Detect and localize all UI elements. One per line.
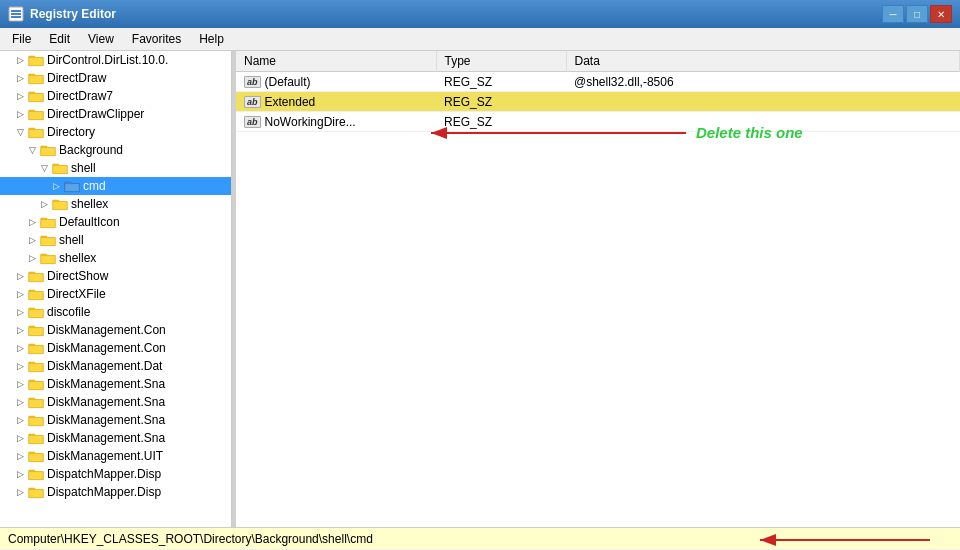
expander-icon: ▷ xyxy=(12,286,28,302)
close-button[interactable]: ✕ xyxy=(930,5,952,23)
expander-icon: ▷ xyxy=(12,430,28,446)
tree-item-directory[interactable]: ▽ Directory xyxy=(0,123,231,141)
expander-icon: ▷ xyxy=(12,466,28,482)
table-row-extended[interactable]: ab Extended REG_SZ xyxy=(236,92,960,112)
folder-icon xyxy=(28,107,44,121)
title-bar: Registry Editor ─ □ ✕ xyxy=(0,0,960,28)
tree-item-dispatch1[interactable]: ▷ DispatchMapper.Disp xyxy=(0,465,231,483)
folder-icon xyxy=(28,287,44,301)
tree-item-cmd[interactable]: ▷ cmd xyxy=(0,177,231,195)
menu-favorites[interactable]: Favorites xyxy=(124,30,189,48)
expander-icon: ▷ xyxy=(12,268,28,284)
tree-label: DiskManagement.Con xyxy=(47,323,166,337)
tree-label: cmd xyxy=(83,179,106,193)
folder-icon xyxy=(28,89,44,103)
row-name: ab NoWorkingDire... xyxy=(236,112,436,132)
tree-item-dm5[interactable]: ▷ DiskManagement.Sna xyxy=(0,393,231,411)
title-buttons: ─ □ ✕ xyxy=(882,5,952,23)
tree-label: shellex xyxy=(59,251,96,265)
tree-label: shell xyxy=(59,233,84,247)
col-name: Name xyxy=(236,51,436,72)
window-title: Registry Editor xyxy=(30,7,116,21)
svg-rect-2 xyxy=(11,13,21,15)
menu-edit[interactable]: Edit xyxy=(41,30,78,48)
expander-icon: ▷ xyxy=(24,214,40,230)
tree-label: DiskManagement.Sna xyxy=(47,431,165,445)
tree-item-directdraw[interactable]: ▷ DirectDraw xyxy=(0,69,231,87)
tree-item-shell2[interactable]: ▷ shell xyxy=(0,231,231,249)
menu-view[interactable]: View xyxy=(80,30,122,48)
tree-item-directdrawclipper[interactable]: ▷ DirectDrawClipper xyxy=(0,105,231,123)
expander-icon: ▽ xyxy=(12,124,28,140)
expander-icon: ▷ xyxy=(24,250,40,266)
tree-label: DiskManagement.Con xyxy=(47,341,166,355)
tree-item-defaulticon[interactable]: ▷ DefaultIcon xyxy=(0,213,231,231)
tree-item-shellex[interactable]: ▷ shellex xyxy=(0,195,231,213)
col-data: Data xyxy=(566,51,960,72)
svg-rect-3 xyxy=(11,16,21,18)
tree-item-directshow[interactable]: ▷ DirectShow xyxy=(0,267,231,285)
folder-open-icon xyxy=(28,125,44,139)
tree-label: DirectDraw7 xyxy=(47,89,113,103)
tree-label: DirectXFile xyxy=(47,287,106,301)
row-data: @shell32.dll,-8506 xyxy=(566,72,960,92)
folder-icon xyxy=(28,341,44,355)
tree-item-background[interactable]: ▽ Background xyxy=(0,141,231,159)
folder-selected-icon xyxy=(64,179,80,193)
table-row[interactable]: ab (Default) REG_SZ @shell32.dll,-8506 xyxy=(236,72,960,92)
tree-label: DirControl.DirList.10.0. xyxy=(47,53,168,67)
tree-item-dm7[interactable]: ▷ DiskManagement.Sna xyxy=(0,429,231,447)
folder-icon xyxy=(28,269,44,283)
tree-item-dm1[interactable]: ▷ DiskManagement.Con xyxy=(0,321,231,339)
folder-icon xyxy=(28,449,44,463)
tree-item-dm6[interactable]: ▷ DiskManagement.Sna xyxy=(0,411,231,429)
folder-icon xyxy=(28,323,44,337)
expander-icon: ▷ xyxy=(12,106,28,122)
tree-item-directdraw7[interactable]: ▷ DirectDraw7 xyxy=(0,87,231,105)
tree-item-dispatch2[interactable]: ▷ DispatchMapper.Disp xyxy=(0,483,231,501)
tree-item-dircontrol[interactable]: ▷ DirControl.DirList.10.0. xyxy=(0,51,231,69)
menu-file[interactable]: File xyxy=(4,30,39,48)
tree-label: DiskManagement.Dat xyxy=(47,359,162,373)
expander-icon: ▷ xyxy=(12,322,28,338)
folder-icon xyxy=(28,305,44,319)
tree-item-directxfile[interactable]: ▷ DirectXFile xyxy=(0,285,231,303)
row-type: REG_SZ xyxy=(436,112,566,132)
tree-label: DiskManagement.UIT xyxy=(47,449,163,463)
tree-item-shell[interactable]: ▽ shell xyxy=(0,159,231,177)
minimize-button[interactable]: ─ xyxy=(882,5,904,23)
row-type: REG_SZ xyxy=(436,92,566,112)
tree-panel[interactable]: ▷ DirControl.DirList.10.0. ▷ DirectDraw … xyxy=(0,51,232,527)
tree-label: DiskManagement.Sna xyxy=(47,395,165,409)
folder-icon xyxy=(40,233,56,247)
status-arrow-svg xyxy=(740,530,940,548)
row-name: ab Extended xyxy=(236,92,436,112)
folder-icon xyxy=(28,377,44,391)
tree-label: Directory xyxy=(47,125,95,139)
table-row-noworking[interactable]: ab NoWorkingDire... REG_SZ xyxy=(236,112,960,132)
tree-label: DirectDraw xyxy=(47,71,106,85)
tree-item-dm2[interactable]: ▷ DiskManagement.Con xyxy=(0,339,231,357)
row-name: ab (Default) xyxy=(236,72,436,92)
menu-help[interactable]: Help xyxy=(191,30,232,48)
expander-icon: ▷ xyxy=(12,448,28,464)
folder-icon xyxy=(28,359,44,373)
tree-label: DiskManagement.Sna xyxy=(47,413,165,427)
expander-icon: ▷ xyxy=(12,376,28,392)
expander-icon: ▷ xyxy=(12,484,28,500)
maximize-button[interactable]: □ xyxy=(906,5,928,23)
registry-icon xyxy=(8,6,24,22)
folder-icon xyxy=(52,197,68,211)
tree-item-shellex2[interactable]: ▷ shellex xyxy=(0,249,231,267)
expander-icon: ▷ xyxy=(12,70,28,86)
tree-item-dm8[interactable]: ▷ DiskManagement.UIT xyxy=(0,447,231,465)
folder-open-icon xyxy=(40,143,56,157)
folder-icon xyxy=(40,251,56,265)
tree-item-discofile[interactable]: ▷ discofile xyxy=(0,303,231,321)
expander-icon: ▷ xyxy=(12,358,28,374)
main-container: ▷ DirControl.DirList.10.0. ▷ DirectDraw … xyxy=(0,51,960,527)
tree-item-dm4[interactable]: ▷ DiskManagement.Sna xyxy=(0,375,231,393)
row-data xyxy=(566,92,960,112)
tree-label: DispatchMapper.Disp xyxy=(47,467,161,481)
tree-item-dm3[interactable]: ▷ DiskManagement.Dat xyxy=(0,357,231,375)
